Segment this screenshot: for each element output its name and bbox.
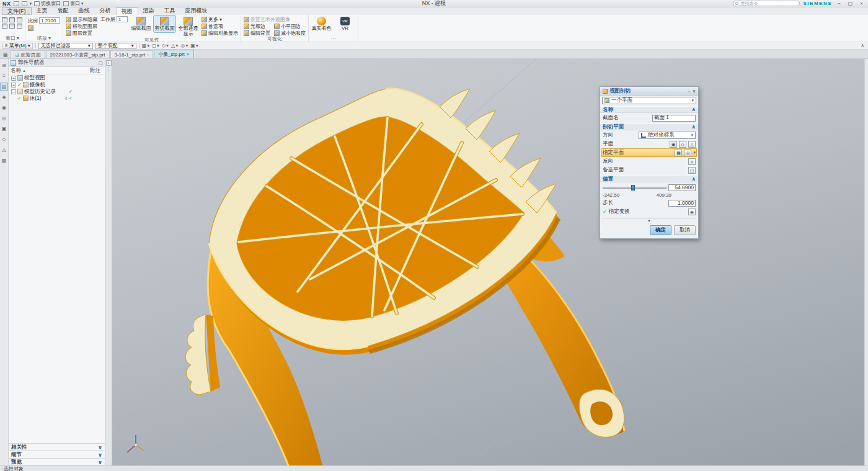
edit-background-button[interactable]: 编辑背景 [243,30,271,36]
qat-caret-icon[interactable]: ▾ [30,1,32,6]
snap-point-button[interactable]: ▦▾ [142,43,150,48]
tab-tools[interactable]: 工具 [159,7,180,15]
expand-icon[interactable]: + [11,83,16,87]
tab-curve[interactable]: 曲线 [74,7,95,15]
tree-row-model-views[interactable]: + 模型视图 [9,74,105,81]
web-browser-icon[interactable]: ◎ [1,115,7,122]
offset-section-header[interactable]: 偏置∧ [600,176,698,182]
step-input[interactable]: 1.0000 [668,200,696,207]
tab-list-icon[interactable]: ▦ [1,52,10,58]
tab-part-2[interactable]: 3-18-1_stp.prt ◦ [110,50,154,58]
window-layout-buttons[interactable] [2,16,23,29]
details-section[interactable]: 细节 ∨ [9,451,105,458]
maximize-button[interactable]: ▢ [846,1,854,6]
process-studio-icon[interactable]: ◇ [1,136,7,143]
section-type-select[interactable]: 一个平面 ▾ [602,97,696,104]
orientation-select[interactable]: 绝对坐标系 ▾ [639,132,696,139]
layer-settings-button[interactable]: 图层设置 [65,30,98,36]
model-3d-view[interactable] [112,59,868,465]
desaturate-button[interactable]: 减小饱和度 [273,30,306,36]
transform-button[interactable]: ◈ [688,209,696,215]
graphics-window[interactable]: 视图剖切 ◦ × 一个平面 ▾ 名称∧ 截面名 截面 1 [112,59,868,465]
roles-icon[interactable]: △ [1,146,7,153]
plane-zx-icon[interactable]: △ [688,141,696,148]
select-face-button[interactable]: ◻▾ [152,43,159,48]
section-plane-header[interactable]: 剖切平面∧ [600,123,698,130]
clip-section-button[interactable]: 剪切截面 [154,16,175,32]
work-layer-input[interactable]: 1 [117,16,128,22]
tab-close-icon[interactable]: × [187,52,190,57]
window-menu-button[interactable]: 窗口 ▾ [63,0,84,7]
collapse-icon[interactable]: − [11,89,16,94]
selection-filter-select[interactable]: 无选择过滤器 ▾ [38,43,93,49]
expand-icon[interactable]: + [11,76,16,81]
tab-application[interactable]: 应用模块 [180,7,213,15]
show-hide-button[interactable]: 显示和隐藏 [65,16,98,22]
window-layout-icon[interactable] [2,24,7,29]
group-overflow[interactable]: ⋯ [311,35,356,42]
tab-analysis[interactable]: 分析 [95,7,116,15]
smooth-edges-button[interactable]: 光顺边 [243,23,271,29]
minimize-button[interactable]: − [835,1,843,6]
tab-part-active[interactable]: 小象_stp.prt × [154,50,193,58]
preferences-button[interactable]: 首选项 [201,23,239,29]
select-body-button[interactable]: ◇▾ [162,43,169,48]
command-finder-search[interactable]: 查找命令 [733,1,800,6]
tab-welcome[interactable]: 欢迎页面 [11,50,45,58]
close-button[interactable]: × [857,1,866,6]
select-component-button[interactable]: ▣▾ [190,43,198,48]
selection-scope-select[interactable]: 整个装配 ▾ [95,43,136,49]
slider-thumb[interactable] [631,185,635,191]
tree-row-history[interactable]: − 模型历史记录 ✓ [9,88,105,95]
menu-button[interactable]: ≡ 菜单(M) ▾ [2,43,33,49]
reverse-direction-button[interactable]: × [688,158,696,165]
tab-part-1[interactable]: 20221003-小寰背_stp.prt [46,50,110,58]
tab-assembly[interactable]: 装配 [53,7,74,15]
group-label-zoom[interactable]: 缩放 ▾ [27,35,61,42]
section-name-input[interactable]: 截面 1 [652,115,696,122]
panel-splitter[interactable]: ‹ ⋮ [105,59,112,465]
plane-yz-icon[interactable]: ◇ [679,141,686,148]
select-edge-button[interactable]: △▾ [171,43,178,48]
dependencies-section[interactable]: 相关性 ∨ [9,443,105,451]
tree-row-body[interactable]: ✓ 体(1) ‖ ✓ [9,95,105,102]
dialog-title-bar[interactable]: 视图剖切 ◦ × [600,87,698,96]
cancel-button[interactable]: 取消 [674,225,696,235]
group-label-visualization[interactable]: 可视化 [243,36,306,42]
window-layout-icon[interactable] [17,17,22,22]
window-layout-icon[interactable] [9,17,15,22]
specify-plane-row[interactable]: 指定平面 ▦ ◎ ▾ [602,149,696,156]
tab-file[interactable]: 文件(F) [2,7,32,15]
more-button[interactable]: 更多▾ [201,16,239,22]
constraint-navigator-icon[interactable]: ≡ [1,73,7,79]
dialog-expander[interactable]: ▼ [602,218,696,223]
plane-dialog-icon[interactable]: ▦ [675,150,682,156]
panel-undock-icon[interactable]: ▢ [98,60,103,66]
zoom-button[interactable] [27,25,34,31]
save-icon[interactable] [14,1,19,6]
undo-icon[interactable] [22,1,27,6]
move-to-layer-button[interactable]: 移动至图层 [65,23,98,29]
plane-constructor-icon[interactable]: ◎ [684,150,691,156]
reuse-library-icon[interactable]: ◈ [1,94,7,101]
edit-object-display-button[interactable]: 编辑对象显示 [201,30,239,36]
facet-edges-button[interactable]: 小平面边 [273,23,306,29]
name-section-header[interactable]: 名称∧ [600,106,698,113]
vr-button[interactable]: VRVR [334,16,356,32]
dialog-pin-icon[interactable]: ◦ [688,88,690,94]
tab-render[interactable]: 渲染 [138,7,159,15]
dialog-close-icon[interactable]: × [693,88,696,94]
chair-model[interactable] [185,89,624,465]
part-navigator-icon[interactable]: ▤ [1,83,7,90]
scale-input[interactable]: 1.2100 [39,17,60,24]
true-shading-button[interactable]: 真实着色 [311,16,332,32]
ok-button[interactable]: 确定 [650,225,671,235]
plane-xy-icon[interactable]: ▣ [670,141,677,148]
switch-window-button[interactable]: 切换窗口 [34,0,61,7]
offset-slider[interactable] [603,184,666,191]
alternate-plane-button[interactable]: ▢ [688,167,696,174]
splitter-grip[interactable]: ⋮ [106,67,111,71]
tab-home[interactable]: 主页 [32,7,53,15]
window-layout-icon[interactable] [2,17,7,22]
show-through-button[interactable]: 全部通透显示 [177,16,199,37]
